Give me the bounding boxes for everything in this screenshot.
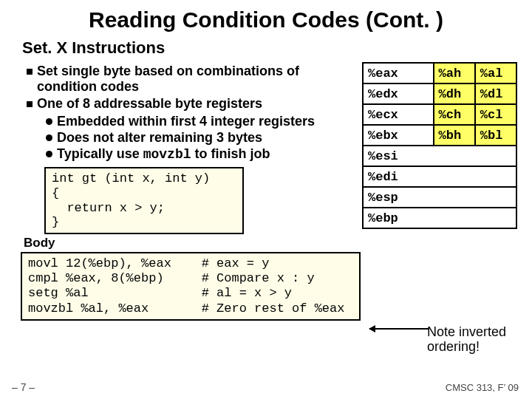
body-label: Body bbox=[24, 236, 356, 250]
left-column: Set single byte based on combinations of… bbox=[15, 62, 356, 252]
page-number: – 7 – bbox=[12, 381, 35, 393]
table-row: %eax%ah%al bbox=[363, 63, 516, 83]
bullet-movzbl: Typically use movzbl to finish job bbox=[46, 146, 356, 163]
asm-code-box: movl 12(%ebp), %eax # eax = y cmpl %eax,… bbox=[21, 252, 361, 321]
table-row: %ebp bbox=[363, 208, 516, 228]
square-icon bbox=[27, 69, 33, 75]
note-inverted: Note inverted ordering! bbox=[427, 325, 516, 355]
bullet-icon bbox=[46, 118, 52, 125]
bullet-one-of-8: One of 8 addressable byte registers bbox=[27, 96, 356, 112]
bullet-no-alter: Does not alter remaining 3 bytes bbox=[46, 130, 356, 146]
arrow-icon bbox=[369, 328, 429, 330]
bullet-icon bbox=[46, 134, 52, 141]
register-table: %eax%ah%al %edx%dh%dl %ecx%ch%cl %ebx%bh… bbox=[362, 62, 517, 229]
table-row: %esi bbox=[363, 146, 516, 166]
table-row: %edx%dh%dl bbox=[363, 83, 516, 104]
register-table-col: %eax%ah%al %edx%dh%dl %ecx%ch%cl %ebx%bh… bbox=[362, 62, 517, 229]
bullet-set-single-byte: Set single byte based on combinations of… bbox=[27, 64, 356, 95]
bullet-icon bbox=[46, 151, 52, 157]
c-code-box: int gt (int x, int y) { return x > y; } bbox=[44, 167, 244, 233]
course-footer: CMSC 313, F’ 09 bbox=[446, 382, 519, 393]
slide-subtitle: Set. X Instructions bbox=[22, 38, 517, 58]
slide-title: Reading Condition Codes (Cont. ) bbox=[15, 7, 517, 33]
square-icon bbox=[27, 101, 33, 107]
table-row: %edi bbox=[363, 166, 516, 187]
table-row: %ebx%bh%bl bbox=[363, 125, 516, 146]
table-row: %ecx%ch%cl bbox=[363, 104, 516, 125]
bullet-embedded: Embedded within first 4 integer register… bbox=[46, 114, 356, 129]
table-row: %esp bbox=[363, 187, 516, 208]
